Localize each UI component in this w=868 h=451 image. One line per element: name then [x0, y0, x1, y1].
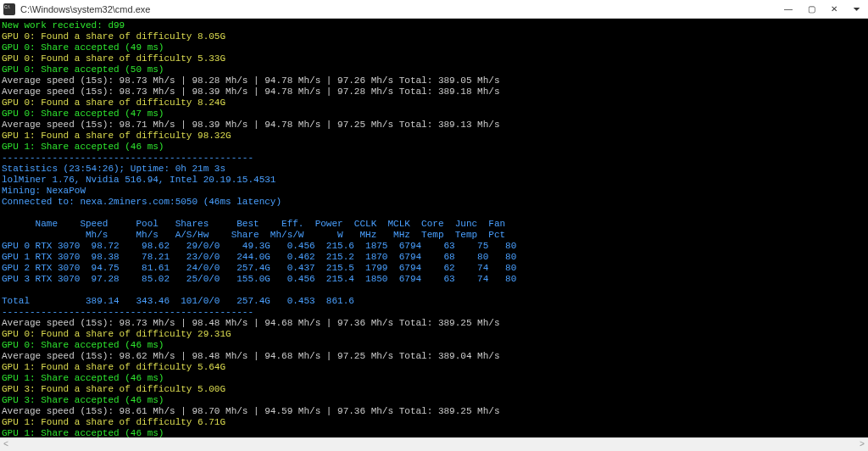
terminal-line: GPU 3: Found a share of difficulty 5.00G [2, 384, 866, 395]
terminal-line: GPU 2 RTX 3070 94.75 81.61 24/0/0 257.4G… [2, 263, 866, 274]
terminal-line [2, 208, 866, 219]
terminal-line: Average speed (15s): 98.61 Mh/s | 98.70 … [2, 406, 866, 417]
terminal-line: lolMiner 1.76, Nvidia 516.94, Intel 20.1… [2, 175, 866, 186]
terminal-line: GPU 0: Share accepted (46 ms) [2, 340, 866, 351]
terminal-output[interactable]: New work received: d99GPU 0: Found a sha… [0, 19, 868, 437]
window-controls: — ▢ ✕ ⏷ [784, 4, 865, 14]
terminal-line: GPU 0: Share accepted (47 ms) [2, 109, 866, 120]
terminal-line: GPU 1: Found a share of difficulty 98.32… [2, 131, 866, 142]
terminal-line: GPU 3 RTX 3070 97.28 85.02 25/0/0 155.0G… [2, 274, 866, 285]
window-titlebar: C:\Windows\system32\cmd.exe — ▢ ✕ ⏷ [0, 0, 868, 19]
maximize-button[interactable]: ▢ [808, 4, 815, 14]
terminal-line: Connected to: nexa.2miners.com:5050 (46m… [2, 197, 866, 208]
minimize-button[interactable]: — [784, 4, 793, 14]
terminal-line: GPU 3: Share accepted (46 ms) [2, 395, 866, 406]
terminal-line: New work received: d99 [2, 20, 866, 31]
terminal-line: GPU 0: Share accepted (49 ms) [2, 42, 866, 53]
terminal-line: Average speed (15s): 98.73 Mh/s | 98.39 … [2, 86, 866, 97]
terminal-line [2, 285, 866, 296]
terminal-line: GPU 1: Found a share of difficulty 6.71G [2, 417, 866, 428]
terminal-line: Statistics (23:54:26); Uptime: 0h 21m 3s [2, 164, 866, 175]
terminal-line: Average speed (15s): 98.62 Mh/s | 98.48 … [2, 351, 866, 362]
terminal-line: Total 389.14 343.46 101/0/0 257.4G 0.453… [2, 296, 866, 307]
terminal-line: GPU 1: Share accepted (46 ms) [2, 142, 866, 153]
terminal-line: GPU 0: Found a share of difficulty 8.05G [2, 31, 866, 42]
terminal-line: Average speed (15s): 98.73 Mh/s | 98.48 … [2, 318, 866, 329]
terminal-line: GPU 1: Share accepted (46 ms) [2, 373, 866, 384]
terminal-line: Name Speed Pool Shares Best Eff. Power C… [2, 219, 866, 230]
terminal-line: ----------------------------------------… [2, 307, 866, 318]
terminal-line: GPU 0: Share accepted (50 ms) [2, 64, 866, 75]
terminal-line: Average speed (15s): 98.71 Mh/s | 98.39 … [2, 120, 866, 131]
terminal-line: GPU 1 RTX 3070 98.38 78.21 23/0/0 244.0G… [2, 252, 866, 263]
window-title: C:\Windows\system32\cmd.exe [20, 4, 784, 14]
terminal-line: GPU 0 RTX 3070 98.72 98.62 29/0/0 49.3G … [2, 241, 866, 252]
scroll-next-icon[interactable]: ⏷ [853, 4, 861, 14]
terminal-line: GPU 0: Found a share of difficulty 8.24G [2, 97, 866, 109]
terminal-line: Mh/s Mh/s A/S/Hw Share Mh/s/W W MHz MHz … [2, 230, 866, 241]
close-button[interactable]: ✕ [831, 4, 837, 14]
terminal-line: Average speed (15s): 98.73 Mh/s | 98.28 … [2, 75, 866, 86]
cmd-icon [3, 3, 15, 15]
scroll-right-button[interactable]: > [860, 440, 865, 449]
terminal-line: ----------------------------------------… [2, 153, 866, 164]
terminal-line: GPU 1: Share accepted (46 ms) [2, 428, 866, 437]
terminal-line: GPU 0: Found a share of difficulty 29.31… [2, 329, 866, 340]
terminal-line: GPU 0: Found a share of difficulty 5.33G [2, 53, 866, 64]
scroll-left-button[interactable]: < [3, 440, 8, 449]
terminal-line: GPU 1: Found a share of difficulty 5.64G [2, 362, 866, 373]
terminal-line: Mining: NexaPoW [2, 186, 866, 197]
horizontal-scrollbar[interactable]: < > [0, 437, 868, 451]
